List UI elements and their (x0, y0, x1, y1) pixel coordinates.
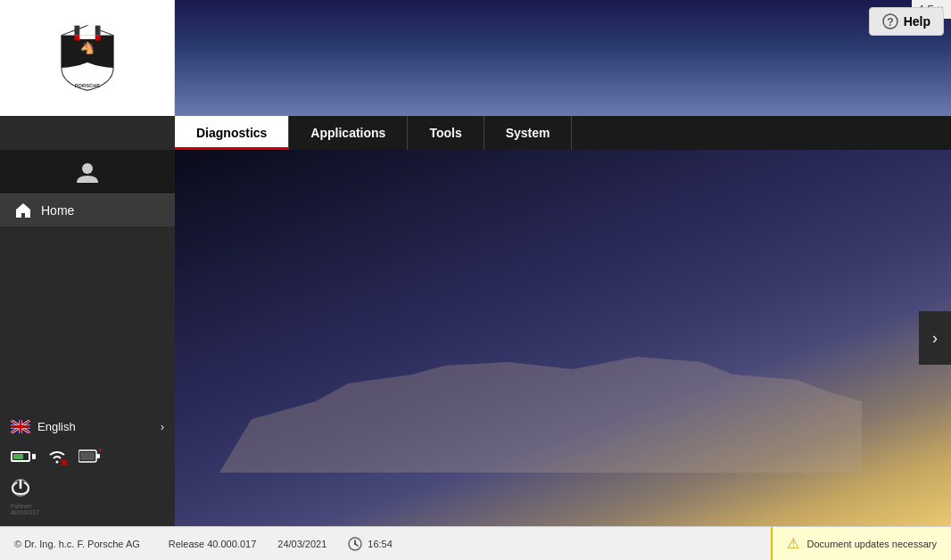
footer-copyright: © Dr. Ing. h.c. F. Porsche AG (0, 539, 154, 549)
svg-line-42 (355, 544, 358, 546)
sidebar-bottom: English › (0, 406, 175, 526)
tab-tools[interactable]: Tools (408, 116, 484, 150)
header: 🐴 PORSCHE 1 E ∨ (0, 0, 951, 116)
user-icon-area (0, 150, 175, 194)
nav-sidebar-spacer (0, 116, 175, 150)
home-icon (14, 202, 32, 219)
svg-rect-1 (74, 36, 79, 41)
help-label: Help (904, 14, 930, 29)
next-arrow-button[interactable]: › (919, 311, 951, 365)
language-arrow-icon: › (161, 421, 164, 433)
sidebar-item-home[interactable]: Home (0, 194, 175, 226)
svg-text:?: ? (887, 16, 893, 29)
footer-mid: Release 40.000.017 24/03/2021 16:54 (154, 537, 772, 551)
header-banner: 1 E ∨ (175, 0, 951, 116)
status-bar (0, 441, 175, 473)
wifi-icon (46, 448, 68, 465)
logo-area: 🐴 PORSCHE (0, 0, 175, 116)
svg-rect-17 (96, 454, 100, 458)
help-icon: ? (882, 13, 898, 29)
svg-point-7 (82, 163, 93, 174)
main-area: Home English › (0, 150, 951, 526)
svg-rect-16 (80, 452, 95, 460)
background-image (175, 150, 951, 526)
tab-system[interactable]: System (484, 116, 573, 150)
tab-diagnostics[interactable]: Diagnostics (175, 116, 289, 150)
footer-warning: ⚠ Document updates necessary (771, 527, 951, 560)
user-icon (75, 160, 100, 185)
clock-icon (348, 537, 362, 551)
warning-text: Document updates necessary (806, 539, 937, 549)
footer-time: 16:54 (348, 537, 393, 551)
sidebar: Home English › (0, 150, 175, 526)
svg-text:PORSCHE: PORSCHE (74, 83, 100, 88)
flag-icon (11, 420, 30, 433)
svg-rect-3 (79, 36, 95, 39)
svg-rect-12 (11, 425, 30, 428)
signal-icon (79, 449, 103, 465)
content-area: ⚙ Fault finding (175, 150, 951, 526)
language-label: English (37, 420, 76, 433)
help-button[interactable]: ? Help (869, 7, 944, 36)
power-icon[interactable] (11, 478, 30, 498)
device-id: Fahnen A0/00/017 (0, 503, 175, 519)
porsche-logo: 🐴 PORSCHE (52, 22, 123, 94)
warning-icon: ⚠ (787, 535, 799, 552)
svg-rect-2 (95, 36, 100, 41)
svg-rect-4 (74, 26, 79, 36)
power-row (0, 473, 175, 503)
release-label: Release 40.000.017 (169, 539, 256, 549)
footer-date: 24/03/2021 (277, 539, 327, 549)
footer: © Dr. Ing. h.c. F. Porsche AG Release 40… (0, 526, 951, 560)
svg-text:🐴: 🐴 (80, 40, 95, 55)
nav-bar: Diagnostics Applications Tools System (0, 116, 951, 150)
svg-rect-5 (95, 26, 100, 36)
nav-tabs: Diagnostics Applications Tools System (175, 116, 951, 150)
home-label: Home (41, 203, 74, 218)
tab-applications[interactable]: Applications (289, 116, 408, 150)
battery-icon (11, 451, 36, 462)
language-selector[interactable]: English › (0, 413, 175, 441)
